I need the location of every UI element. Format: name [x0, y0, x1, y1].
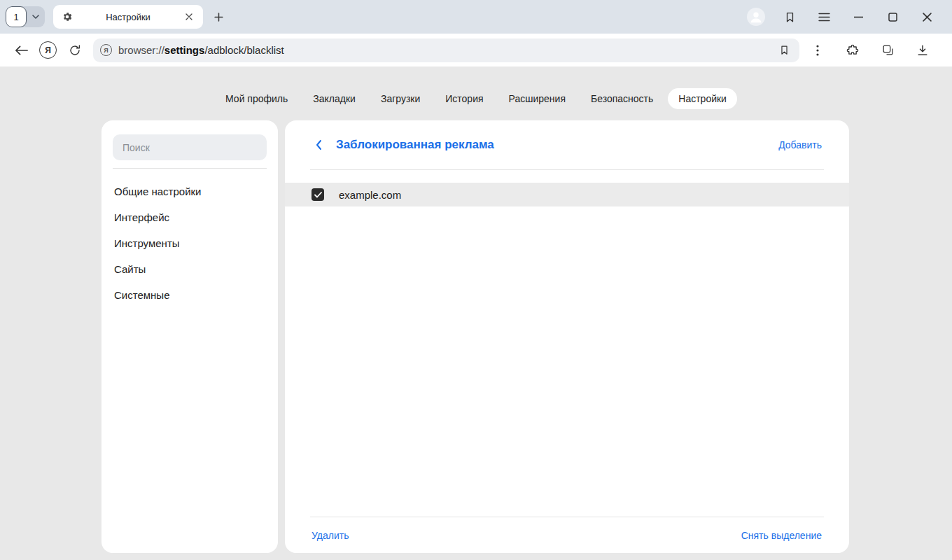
blacklist-list: example.com: [285, 170, 849, 517]
back-icon[interactable]: [11, 41, 31, 60]
url-path: /adblock/blacklist: [204, 44, 284, 56]
bookmark-flag-icon[interactable]: [776, 41, 792, 60]
sidebar-item-system[interactable]: Системные: [113, 282, 267, 308]
window-close-button[interactable]: [917, 7, 937, 27]
sidebar-item-interface[interactable]: Интерфейс: [113, 204, 267, 230]
extensions-puzzle-icon[interactable]: [843, 41, 862, 60]
page-title: Заблокированная реклама: [336, 138, 768, 152]
address-bar[interactable]: Я browser://settings/adblock/blacklist: [93, 38, 799, 62]
chevron-down-icon[interactable]: [27, 15, 45, 19]
tab-count[interactable]: 1: [6, 6, 27, 27]
sidebar-divider: [113, 168, 267, 169]
new-tab-button[interactable]: [209, 7, 228, 27]
bookmarks-icon[interactable]: [780, 7, 799, 27]
nav-tab-extensions[interactable]: Расширения: [498, 88, 576, 109]
toolbar-right-icons: [808, 41, 941, 60]
deselect-button[interactable]: Снять выделение: [741, 530, 822, 541]
blacklist-header: Заблокированная реклама Добавить: [285, 120, 849, 169]
row-checkbox[interactable]: [312, 188, 324, 201]
browser-toolbar: Я Я browser://settings/adblock/blacklist: [0, 34, 952, 66]
nav-tab-downloads[interactable]: Загрузки: [370, 88, 430, 109]
tab-close-icon[interactable]: [182, 7, 196, 27]
search-input[interactable]: [113, 134, 267, 160]
url-prefix: browser://: [118, 44, 164, 56]
more-menu-icon[interactable]: [808, 41, 827, 60]
sidebar-item-sites[interactable]: Сайты: [113, 256, 267, 282]
url-host: settings: [164, 44, 205, 56]
nav-tab-bookmarks[interactable]: Закладки: [302, 88, 366, 109]
url-text[interactable]: browser://settings/adblock/blacklist: [118, 44, 284, 56]
tabstrip-right-controls: [747, 7, 937, 27]
blacklist-footer: Удалить Снять выделение: [285, 517, 849, 553]
delete-button[interactable]: Удалить: [312, 530, 349, 541]
settings-page: Мой профиль Закладки Загрузки История Ра…: [0, 66, 952, 560]
nav-tab-settings[interactable]: Настройки: [668, 88, 737, 109]
gear-icon: [60, 7, 74, 27]
window-maximize-button[interactable]: [883, 7, 902, 27]
list-item[interactable]: example.com: [285, 183, 849, 206]
sidebar-item-tools[interactable]: Инструменты: [113, 230, 267, 256]
tab-strip: 1 Настройки: [0, 0, 952, 34]
settings-sidebar: Общие настройки Интерфейс Инструменты Са…: [102, 120, 278, 553]
add-button[interactable]: Добавить: [778, 139, 822, 150]
reload-icon[interactable]: [65, 41, 85, 60]
collections-icon[interactable]: [878, 41, 897, 60]
back-chevron-icon[interactable]: [312, 136, 326, 153]
site-icon: Я: [100, 44, 112, 56]
nav-tab-history[interactable]: История: [435, 88, 493, 109]
nav-tab-security[interactable]: Безопасность: [580, 88, 664, 109]
sidebar-item-general[interactable]: Общие настройки: [113, 178, 267, 204]
tab-counter-button[interactable]: 1: [6, 6, 45, 27]
row-domain: example.com: [339, 189, 401, 201]
nav-tab-profile[interactable]: Мой профиль: [215, 88, 298, 109]
window-minimize-button[interactable]: [848, 7, 868, 27]
downloads-icon[interactable]: [913, 41, 932, 60]
settings-nav-tabs: Мой профиль Закладки Загрузки История Ра…: [0, 88, 952, 109]
profile-avatar[interactable]: [747, 8, 765, 26]
sidebar-list: Общие настройки Интерфейс Инструменты Са…: [113, 178, 267, 308]
yandex-home-icon[interactable]: Я: [39, 41, 57, 59]
menu-hamburger-icon[interactable]: [814, 7, 834, 27]
tab-settings[interactable]: Настройки: [53, 5, 203, 29]
tab-title: Настройки: [74, 12, 182, 22]
blacklist-panel: Заблокированная реклама Добавить example…: [285, 120, 849, 553]
